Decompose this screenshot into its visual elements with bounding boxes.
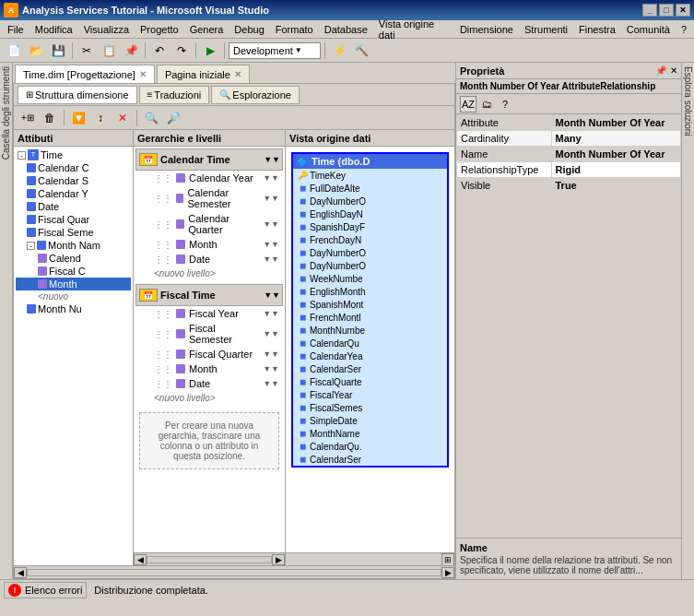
- menu-finestra[interactable]: Finestra: [573, 22, 621, 37]
- ds-field-spanishmort[interactable]: ◼ SpanishMont: [293, 298, 447, 311]
- props-close-icon[interactable]: ✕: [670, 65, 677, 76]
- ds-field-monthnumbe[interactable]: ◼ MonthNumbe: [293, 324, 447, 337]
- attr-item-calendar-c[interactable]: Calendar C: [16, 161, 131, 174]
- props-cat-button[interactable]: 🗂: [478, 96, 495, 113]
- paste-button[interactable]: 📌: [121, 41, 141, 61]
- minimize-button[interactable]: _: [642, 4, 657, 17]
- card-value-cell[interactable]: Many: [551, 131, 681, 147]
- hier-fiscal-semester[interactable]: ⋮⋮ Fiscal Semester ▼▼: [135, 321, 283, 347]
- menu-modifica[interactable]: Modifica: [29, 22, 78, 37]
- configuration-dropdown[interactable]: Development ▼: [229, 42, 321, 59]
- attr-value-cell[interactable]: Month Number Of Year: [551, 115, 681, 131]
- menu-comunita[interactable]: Comunità: [621, 22, 676, 37]
- ds-field-monthname[interactable]: ◼ MonthName: [293, 427, 447, 440]
- month-nam-expand-btn[interactable]: -: [27, 242, 35, 250]
- cut-button[interactable]: ✂: [76, 41, 97, 61]
- hier-calendar-nuovo[interactable]: <nuovo livello>: [135, 267, 283, 280]
- attr-item-month-nu[interactable]: Month Nu: [16, 302, 131, 315]
- attr-item-nuovo[interactable]: <nuovo: [16, 290, 131, 302]
- ds-field-fulldatealte[interactable]: ◼ FullDateAlte: [293, 182, 447, 195]
- hier-fiscal-year[interactable]: ⋮⋮ Fiscal Year ▼▼: [135, 306, 283, 321]
- hier-calendar-quarter[interactable]: ⋮⋮ Calendar Quarter ▼▼: [135, 211, 283, 237]
- ds-field-simpledate[interactable]: ◼ SimpleDate: [293, 414, 447, 427]
- attr-item-fiscal-c[interactable]: Fiscal C: [16, 265, 131, 278]
- open-button[interactable]: 📂: [26, 41, 46, 61]
- ds-field-calendarqu2[interactable]: ◼ CalendarQu.: [293, 440, 447, 453]
- hier-calendar-date[interactable]: ⋮⋮ Date ▼▼: [135, 252, 283, 267]
- ds-field-calendarqu1[interactable]: ◼ CalendarQu: [293, 337, 447, 349]
- hier-calendar-header[interactable]: 📅 Calendar Time ▼▼: [135, 148, 283, 171]
- ds-field-calendarser2[interactable]: ◼ CalendarSer: [293, 453, 447, 466]
- left-sidebar-toggle[interactable]: Casella degli strumenti: [0, 63, 13, 579]
- menu-progetto[interactable]: Progetto: [135, 22, 184, 37]
- tab-struttura[interactable]: ⊞ Struttura dimensione: [18, 86, 137, 104]
- ds-field-calendarser1[interactable]: ◼ CalendarSer: [293, 362, 447, 375]
- hier-scroll-right[interactable]: ▶: [272, 554, 285, 565]
- ds-field-frenchdayn[interactable]: ◼ FrenchDayN: [293, 233, 447, 246]
- tab-time-dim[interactable]: Time.dim [Progettazione] ✕: [15, 65, 155, 83]
- zoom-in-button[interactable]: 🔍: [141, 108, 161, 128]
- menu-debug[interactable]: Debug: [229, 22, 269, 37]
- error-list-button[interactable]: ! Elenco errori: [4, 582, 87, 598]
- menu-formato[interactable]: Formato: [270, 22, 319, 37]
- time-expand-btn[interactable]: -: [18, 151, 26, 160]
- attr-item-fiscal-quar[interactable]: Fiscal Quar: [16, 213, 131, 226]
- main-scroll-left[interactable]: ◀: [14, 567, 27, 578]
- attr-item-month-nam[interactable]: - Month Nam: [16, 239, 131, 252]
- deploy-button[interactable]: ⚡: [329, 41, 349, 61]
- hier-scroll-left[interactable]: ◀: [134, 554, 147, 565]
- delete-button[interactable]: ✕: [112, 108, 133, 128]
- hier-scrollbar[interactable]: ◀ ▶: [134, 552, 285, 565]
- props-help-button[interactable]: ?: [497, 96, 513, 113]
- zoom-out-button[interactable]: 🔎: [163, 108, 183, 128]
- ds-field-weeknumbe[interactable]: ◼ WeekNumbe: [293, 272, 447, 285]
- ds-field-fiscalyear[interactable]: ◼ FiscalYear: [293, 388, 447, 401]
- right-sidebar[interactable]: Esplora soluzioni: [681, 63, 694, 579]
- attr-item-calendar-s[interactable]: Calendar S: [16, 174, 131, 187]
- main-h-scrollbar[interactable]: ◀ ▶: [14, 565, 454, 578]
- tab-traduzioni[interactable]: ≡ Traduzioni: [139, 86, 210, 104]
- menu-database[interactable]: Database: [319, 22, 373, 37]
- hier-calendar-month[interactable]: ⋮⋮ Month ▼▼: [135, 237, 283, 252]
- play-button[interactable]: ▶: [200, 41, 220, 61]
- main-scroll-track[interactable]: [27, 569, 441, 576]
- ds-field-fiscalquarte[interactable]: ◼ FiscalQuarte: [293, 375, 447, 388]
- attr-item-date[interactable]: Date: [16, 200, 131, 213]
- hier-calendar-semester[interactable]: ⋮⋮ Calendar Semester ▼▼: [135, 185, 283, 211]
- menu-visualizza[interactable]: Visualizza: [78, 22, 135, 37]
- tab-time-dim-close[interactable]: ✕: [139, 69, 147, 79]
- new-file-button[interactable]: 📄: [4, 41, 24, 61]
- main-scroll-right[interactable]: ▶: [441, 567, 454, 578]
- hier-scroll-track[interactable]: [147, 556, 272, 563]
- attr-item-calendar-y[interactable]: Calendar Y: [16, 187, 131, 200]
- reltype-value-cell[interactable]: Rigid: [551, 162, 681, 178]
- ds-field-frenchmontl[interactable]: ◼ FrenchMontl: [293, 311, 447, 324]
- sort-button[interactable]: ↕: [90, 108, 111, 128]
- save-button[interactable]: 💾: [48, 41, 68, 61]
- hier-fiscal-month[interactable]: ⋮⋮ Month ▼▼: [135, 361, 283, 376]
- maximize-button[interactable]: □: [659, 4, 674, 17]
- build-button[interactable]: 🔨: [351, 41, 371, 61]
- ds-scroll-corner[interactable]: ⊞: [441, 553, 454, 566]
- window-controls[interactable]: _ □ ✕: [642, 4, 690, 17]
- attr-item-time[interactable]: - T Time: [16, 148, 131, 161]
- ds-field-timekey[interactable]: 🔑 TimeKey: [293, 169, 447, 182]
- props-pin-icon[interactable]: 📌: [655, 65, 666, 76]
- close-button[interactable]: ✕: [676, 4, 690, 17]
- tab-home[interactable]: Pagina iniziale ✕: [157, 65, 250, 83]
- tab-esplorazione[interactable]: 🔍 Esplorazione: [211, 86, 300, 104]
- hier-fiscal-quarter[interactable]: ⋮⋮ Fiscal Quarter ▼▼: [135, 347, 283, 361]
- copy-button[interactable]: 📋: [99, 41, 119, 61]
- menu-strumenti[interactable]: Strumenti: [519, 22, 573, 37]
- ds-field-daynumbero3[interactable]: ◼ DayNumberO: [293, 259, 447, 272]
- hier-calendar-year[interactable]: ⋮⋮ Calendar Year ▼▼: [135, 171, 283, 185]
- name-value-cell[interactable]: Month Number Of Year: [551, 147, 681, 162]
- ds-field-englishmonth[interactable]: ◼ EnglishMonth: [293, 285, 447, 298]
- ds-field-daynumbero1[interactable]: ◼ DayNumberO: [293, 195, 447, 207]
- hier-fiscal-header[interactable]: 📅 Fiscal Time ▼▼: [135, 284, 283, 306]
- hier-fiscal-nuovo[interactable]: <nuovo livello>: [135, 391, 283, 405]
- attr-item-calend[interactable]: Calend: [16, 252, 131, 265]
- remove-attr-button[interactable]: 🗑: [40, 108, 60, 128]
- menu-help[interactable]: ?: [676, 22, 692, 37]
- tab-home-close[interactable]: ✕: [234, 69, 241, 79]
